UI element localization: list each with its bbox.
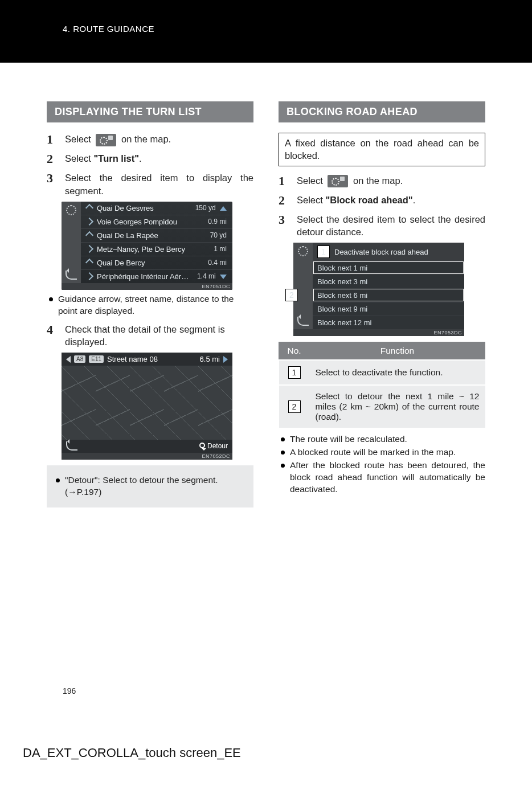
right-column: BLOCKING ROAD AHEAD A fixed distance on …	[279, 101, 485, 507]
breadcrumb: 4. ROUTE GUIDANCE	[63, 24, 154, 34]
turn-arrow-icon	[85, 231, 93, 239]
image-code: EN7052DC	[62, 453, 232, 460]
map-footer: Detour	[62, 440, 232, 453]
block-row-label: Block next 6 mi	[317, 291, 367, 300]
screenshot-sidebar	[293, 243, 313, 329]
text: on the map.	[353, 175, 403, 186]
callout-number-2: 2	[285, 289, 298, 301]
scroll-up-icon[interactable]	[220, 206, 227, 211]
distance-value: 1.4 mi	[197, 272, 227, 280]
table-head-no: No.	[279, 342, 310, 361]
step-text: Select "Turn list".	[65, 152, 253, 165]
road-badge: E11	[89, 355, 104, 363]
row-function: Select to deactivate the function.	[310, 360, 485, 385]
page-number: 196	[63, 686, 76, 695]
block-distance-row[interactable]: Block next 12 mi	[313, 316, 464, 329]
turn-arrow-icon	[85, 259, 93, 267]
step-text: Select the desired item to select the de…	[297, 213, 485, 239]
back-icon[interactable]	[297, 317, 309, 326]
route-options-icon[interactable]	[328, 175, 348, 187]
turn-list-label: "Turn list"	[93, 153, 139, 163]
image-code: EN7053DC	[293, 329, 464, 336]
turn-list-row[interactable]: Quai De Gesvres150 yd	[81, 202, 232, 215]
block-road-screenshot: 1 Deactivate block road ahead Block next…	[293, 243, 464, 336]
block-row-label: Block next 12 mi	[317, 318, 371, 327]
turn-arrow-icon	[85, 272, 93, 280]
back-icon[interactable]	[66, 441, 77, 451]
step-text: Check that the detail of the segment is …	[65, 323, 253, 349]
header-bar: 4. ROUTE GUIDANCE	[0, 0, 532, 63]
route-options-icon[interactable]	[298, 246, 308, 256]
detour-label: "Detour"	[65, 475, 98, 485]
step-4-left: 4 Check that the detail of the segment i…	[47, 323, 253, 349]
turn-list-row[interactable]: Périphérique Intérieur Aér…1.4 mi	[81, 269, 232, 283]
turn-arrow-icon	[85, 245, 93, 253]
route-options-icon[interactable]	[66, 205, 76, 215]
prev-icon[interactable]	[66, 356, 71, 363]
distance-value: 150 yd	[195, 204, 227, 212]
step-number: 3	[47, 171, 58, 185]
step-text: Select on the map.	[65, 133, 253, 146]
block-distance-row[interactable]: Block next 1 mi	[313, 261, 464, 275]
turn-list-row[interactable]: Quai De La Rapée70 yd	[81, 228, 232, 242]
block-distance-row[interactable]: 2Block next 6 mi	[313, 288, 464, 302]
step-number: 3	[279, 213, 290, 227]
row-number: 1	[288, 366, 301, 379]
deactivate-label: Deactivate block road ahead	[334, 248, 428, 256]
turn-list-row[interactable]: Metz–Nancy, Pte De Bercy1 mi	[81, 242, 232, 256]
step-2-right: 2 Select "Block road ahead".	[279, 194, 485, 207]
text: Select	[65, 153, 93, 163]
text: Select	[297, 195, 325, 205]
text: .	[139, 153, 142, 163]
text: Select	[297, 175, 325, 186]
screenshot-sidebar	[62, 202, 81, 283]
text: Select	[65, 134, 93, 144]
step-number: 1	[279, 174, 290, 188]
bullet-item: Guidance arrow, street name, distance to…	[49, 293, 253, 317]
block-row-label: Block next 3 mi	[317, 277, 367, 286]
table-row: 1 Select to deactivate the function.	[279, 360, 485, 385]
route-options-icon[interactable]	[96, 134, 116, 146]
next-icon[interactable]	[223, 356, 228, 363]
step-number: 2	[47, 152, 58, 166]
deactivate-row[interactable]: 1 Deactivate block road ahead	[313, 243, 464, 261]
info-bullets: Guidance arrow, street name, distance to…	[49, 293, 253, 317]
step-3-right: 3 Select the desired item to select the …	[279, 213, 485, 239]
step-text: Select "Block road ahead".	[297, 194, 485, 206]
step-text: Select on the map.	[297, 174, 485, 188]
table-head-function: Function	[310, 342, 485, 361]
street-name: Quai De Bercy	[97, 259, 145, 267]
turn-list-row[interactable]: Quai De Bercy0.4 mi	[81, 256, 232, 269]
bullet-item: "Detour": Select to detour the segment. …	[56, 474, 247, 498]
distance-value: 0.9 mi	[208, 218, 227, 226]
step-number: 2	[279, 194, 290, 207]
callout-number-1: 1	[317, 245, 330, 258]
info-bullets: The route will be recalculated.A blocked…	[281, 433, 485, 496]
block-row-label: Block next 9 mi	[317, 305, 367, 313]
scroll-down-icon[interactable]	[220, 275, 227, 279]
block-distance-row[interactable]: Block next 9 mi	[313, 302, 464, 316]
detour-label: Detour	[207, 442, 228, 450]
step-1-left: 1 Select on the map.	[47, 133, 253, 146]
street-name: Quai De Gesvres	[97, 204, 154, 212]
street-name: Quai De La Rapée	[97, 231, 158, 240]
block-distance-row[interactable]: Block next 3 mi	[313, 275, 464, 288]
step-number: 4	[47, 323, 58, 337]
section-title-turn-list: DISPLAYING THE TURN LIST	[47, 101, 253, 122]
back-icon[interactable]	[66, 271, 77, 280]
map-header: A8 E11 Street name 08 6.5 mi	[62, 353, 232, 366]
header-spacer	[0, 63, 532, 101]
street-name: Voie Georges Pompidou	[97, 218, 177, 226]
street-name: Périphérique Intérieur Aér…	[97, 272, 189, 281]
note-box: "Detour": Select to detour the segment. …	[47, 465, 253, 507]
left-column: DISPLAYING THE TURN LIST 1 Select on the…	[47, 101, 253, 507]
detour-button[interactable]: Detour	[199, 442, 228, 450]
distance-value: 0.4 mi	[208, 259, 227, 267]
turn-arrow-icon	[85, 204, 93, 212]
turn-list-row[interactable]: Voie Georges Pompidou0.9 mi	[81, 215, 232, 228]
segment-map-screenshot: A8 E11 Street name 08 6.5 mi Detour EN70…	[62, 353, 232, 460]
turn-list-screenshot: Quai De Gesvres150 yd Voie Georges Pompi…	[62, 202, 232, 290]
step-text: Select the desired item to display the s…	[65, 171, 253, 197]
table-row: 2 Select to detour the next 1 mile ~ 12 …	[279, 385, 485, 428]
map-canvas[interactable]	[62, 366, 232, 440]
